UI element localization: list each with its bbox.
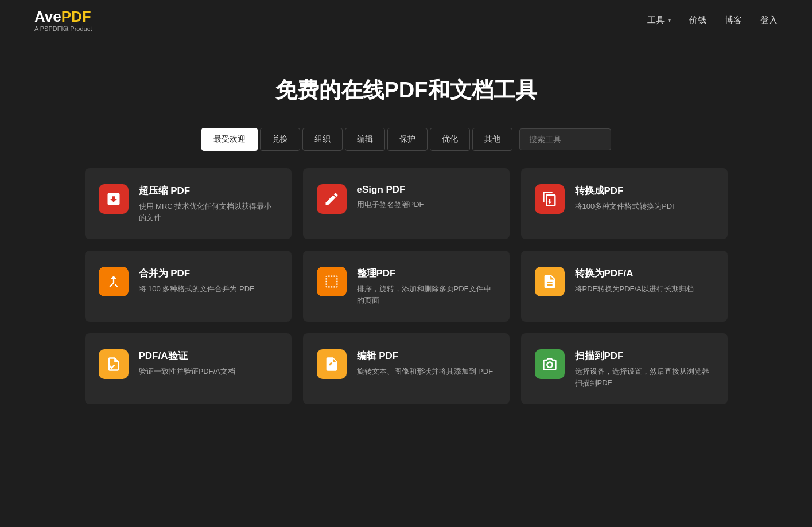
card-content-scan: 扫描到PDF选择设备，选择设置，然后直接从浏览器扫描到PDF bbox=[575, 349, 714, 388]
card-edit-pdf[interactable]: 编辑 PDF旋转文本、图像和形状并将其添加到 PDF bbox=[303, 333, 510, 404]
tab-organize[interactable]: 组织 bbox=[302, 128, 343, 151]
nav-pricing-link[interactable]: 价钱 bbox=[689, 15, 706, 26]
card-scan[interactable]: 扫描到PDF选择设备，选择设置，然后直接从浏览器扫描到PDF bbox=[521, 333, 728, 404]
card-title-pdfa: 转换为PDF/A bbox=[575, 267, 714, 280]
validate-icon bbox=[99, 349, 129, 379]
organize-icon bbox=[317, 267, 347, 296]
convert-to-icon bbox=[535, 184, 565, 214]
nav: 工具 ▾ 价钱 博客 登入 bbox=[647, 15, 778, 26]
card-title-merge: 合并为 PDF bbox=[139, 267, 278, 280]
card-esign[interactable]: eSign PDF用电子签名签署PDF bbox=[303, 168, 510, 239]
cards-container: 超压缩 PDF使用 MRC 技术优化任何文档以获得最小的文件eSign PDF用… bbox=[73, 168, 739, 439]
card-pdfa-validate[interactable]: PDF/A验证验证一致性并验证PDF/A文档 bbox=[85, 333, 292, 404]
chevron-down-icon: ▾ bbox=[668, 17, 671, 24]
card-content-pdfa-validate: PDF/A验证验证一致性并验证PDF/A文档 bbox=[139, 349, 278, 377]
card-title-compress: 超压缩 PDF bbox=[139, 184, 278, 197]
search-input[interactable] bbox=[519, 128, 611, 150]
nav-tools-link[interactable]: 工具 bbox=[647, 15, 665, 26]
tab-popular[interactable]: 最受欢迎 bbox=[201, 128, 258, 151]
cards-grid: 超压缩 PDF使用 MRC 技术优化任何文档以获得最小的文件eSign PDF用… bbox=[85, 168, 728, 404]
card-compress[interactable]: 超压缩 PDF使用 MRC 技术优化任何文档以获得最小的文件 bbox=[85, 168, 292, 239]
tab-other[interactable]: 其他 bbox=[472, 128, 512, 151]
header: AvePDF A PSPDFKit Product 工具 ▾ 价钱 博客 登入 bbox=[0, 0, 812, 41]
hero-section: 免费的在线PDF和文档工具 bbox=[0, 41, 812, 128]
nav-blog-link[interactable]: 博客 bbox=[725, 15, 742, 26]
card-title-edit-pdf: 编辑 PDF bbox=[357, 349, 496, 362]
merge-icon bbox=[99, 267, 129, 296]
pdfa-icon bbox=[535, 267, 565, 296]
card-title-esign: eSign PDF bbox=[357, 184, 496, 196]
tab-edit[interactable]: 编辑 bbox=[345, 128, 385, 151]
card-desc-organize-pdf: 排序，旋转，添加和删除多页PDF文件中的页面 bbox=[357, 283, 496, 306]
logo-ave: Ave bbox=[34, 8, 61, 25]
compress-icon bbox=[99, 184, 129, 214]
tabs-wrap: 最受欢迎兑换组织编辑保护优化其他 bbox=[201, 128, 512, 151]
card-title-pdfa-validate: PDF/A验证 bbox=[139, 349, 278, 362]
card-desc-convert-to-pdf: 将100多种文件格式转换为PDF bbox=[575, 201, 714, 212]
nav-tools[interactable]: 工具 ▾ bbox=[647, 15, 671, 26]
tab-optimize[interactable]: 优化 bbox=[430, 128, 470, 151]
tabs-section: 最受欢迎兑换组织编辑保护优化其他 bbox=[0, 128, 812, 168]
card-desc-edit-pdf: 旋转文本、图像和形状并将其添加到 PDF bbox=[357, 366, 496, 377]
card-pdfa[interactable]: 转换为PDF/A将PDF转换为PDF/A以进行长期归档 bbox=[521, 251, 728, 322]
tab-protect[interactable]: 保护 bbox=[387, 128, 428, 151]
card-content-edit-pdf: 编辑 PDF旋转文本、图像和形状并将其添加到 PDF bbox=[357, 349, 496, 377]
card-merge[interactable]: 合并为 PDF将 100 多种格式的文件合并为 PDF bbox=[85, 251, 292, 322]
card-convert-to-pdf[interactable]: 转换成PDF将100多种文件格式转换为PDF bbox=[521, 168, 728, 239]
card-title-convert-to-pdf: 转换成PDF bbox=[575, 184, 714, 197]
card-content-organize-pdf: 整理PDF排序，旋转，添加和删除多页PDF文件中的页面 bbox=[357, 267, 496, 306]
card-desc-merge: 将 100 多种格式的文件合并为 PDF bbox=[139, 283, 278, 295]
logo[interactable]: AvePDF A PSPDFKit Product bbox=[34, 9, 92, 32]
logo-pdf: PDF bbox=[61, 8, 91, 25]
card-content-convert-to-pdf: 转换成PDF将100多种文件格式转换为PDF bbox=[575, 184, 714, 212]
card-desc-pdfa: 将PDF转换为PDF/A以进行长期归档 bbox=[575, 283, 714, 295]
card-content-esign: eSign PDF用电子签名签署PDF bbox=[357, 184, 496, 210]
hero-title: 免费的在线PDF和文档工具 bbox=[0, 76, 812, 105]
scan-icon bbox=[535, 349, 565, 379]
logo-sub: A PSPDFKit Product bbox=[34, 25, 92, 32]
card-content-compress: 超压缩 PDF使用 MRC 技术优化任何文档以获得最小的文件 bbox=[139, 184, 278, 223]
esign-icon bbox=[317, 184, 347, 214]
card-desc-scan: 选择设备，选择设置，然后直接从浏览器扫描到PDF bbox=[575, 366, 714, 388]
card-desc-pdfa-validate: 验证一致性并验证PDF/A文档 bbox=[139, 366, 278, 377]
card-content-pdfa: 转换为PDF/A将PDF转换为PDF/A以进行长期归档 bbox=[575, 267, 714, 295]
card-title-scan: 扫描到PDF bbox=[575, 349, 714, 362]
card-title-organize-pdf: 整理PDF bbox=[357, 267, 496, 280]
card-desc-esign: 用电子签名签署PDF bbox=[357, 199, 496, 210]
card-organize-pdf[interactable]: 整理PDF排序，旋转，添加和删除多页PDF文件中的页面 bbox=[303, 251, 510, 322]
edit-icon bbox=[317, 349, 347, 379]
card-content-merge: 合并为 PDF将 100 多种格式的文件合并为 PDF bbox=[139, 267, 278, 295]
nav-login-link[interactable]: 登入 bbox=[760, 15, 778, 26]
tab-convert[interactable]: 兑换 bbox=[260, 128, 300, 151]
card-desc-compress: 使用 MRC 技术优化任何文档以获得最小的文件 bbox=[139, 201, 278, 223]
